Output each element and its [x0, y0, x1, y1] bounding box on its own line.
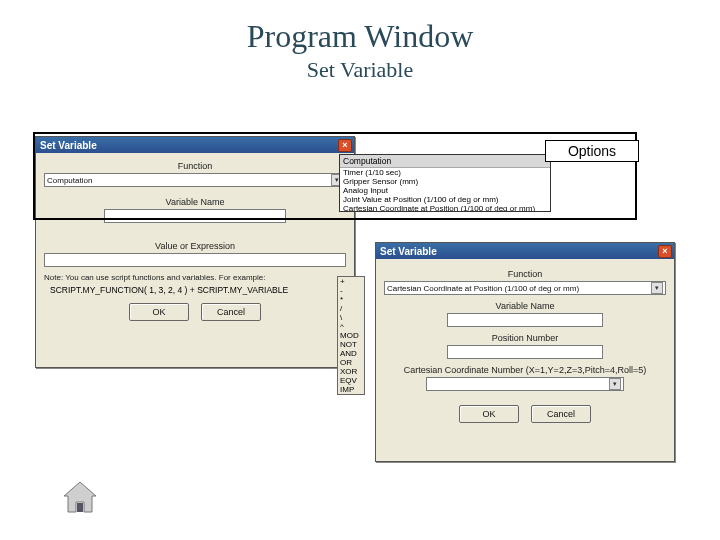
- function-label: Function: [384, 269, 666, 279]
- list-item[interactable]: Joint Value at Position (1/100 of deg or…: [340, 195, 550, 204]
- list-item[interactable]: XOR: [338, 367, 364, 376]
- variable-name-label: Variable Name: [44, 197, 346, 207]
- operator-list[interactable]: + - * / \ ^ MOD NOT AND OR XOR EQV IMP: [337, 276, 365, 395]
- function-value: Computation: [47, 176, 92, 185]
- function-label: Function: [44, 161, 346, 171]
- function-dropdown[interactable]: Computation ▾: [44, 173, 346, 187]
- dialog-title: Set Variable: [380, 246, 437, 257]
- note-text: Note: You can use script functions and v…: [44, 273, 346, 282]
- list-item[interactable]: NOT: [338, 340, 364, 349]
- list-item[interactable]: *: [338, 295, 364, 304]
- dialog-title: Set Variable: [40, 140, 97, 151]
- value-expression-input[interactable]: [44, 253, 346, 267]
- ok-button[interactable]: OK: [129, 303, 189, 321]
- variable-name-label: Variable Name: [384, 301, 666, 311]
- cartesian-coord-label: Cartesian Coordinate Number (X=1,Y=2,Z=3…: [384, 365, 666, 375]
- options-callout: Options: [545, 140, 639, 162]
- list-item[interactable]: IMP: [338, 385, 364, 394]
- chevron-down-icon[interactable]: ▾: [651, 282, 663, 294]
- page-subtitle: Set Variable: [0, 57, 720, 83]
- list-item[interactable]: Timer (1/10 sec): [340, 168, 550, 177]
- close-icon[interactable]: ×: [658, 245, 672, 258]
- position-number-label: Position Number: [384, 333, 666, 343]
- variable-name-input[interactable]: [447, 313, 602, 327]
- list-item[interactable]: EQV: [338, 376, 364, 385]
- list-item[interactable]: -: [338, 286, 364, 295]
- function-value: Cartesian Coordinate at Position (1/100 …: [387, 284, 579, 293]
- list-item[interactable]: AND: [338, 349, 364, 358]
- list-item[interactable]: \: [338, 313, 364, 322]
- list-item[interactable]: MOD: [338, 331, 364, 340]
- variable-name-input[interactable]: [104, 209, 285, 223]
- close-icon[interactable]: ×: [338, 139, 352, 152]
- function-dropdown-list[interactable]: Computation Timer (1/10 sec) Gripper Sen…: [339, 154, 551, 212]
- cancel-button[interactable]: Cancel: [531, 405, 591, 423]
- titlebar[interactable]: Set Variable ×: [376, 243, 674, 259]
- list-item[interactable]: ^: [338, 322, 364, 331]
- set-variable-dialog-1: Set Variable × Function Computation ▾ Va…: [35, 136, 355, 368]
- cartesian-coord-dropdown[interactable]: ▾: [426, 377, 623, 391]
- titlebar[interactable]: Set Variable ×: [36, 137, 354, 153]
- list-header: Computation: [340, 155, 550, 168]
- list-item[interactable]: Cartesian Coordinate at Position (1/100 …: [340, 204, 550, 212]
- chevron-down-icon[interactable]: ▾: [609, 378, 621, 390]
- list-item[interactable]: /: [338, 304, 364, 313]
- example-text: SCRIPT.MY_FUNCTION( 1, 3, 2, 4 ) + SCRIP…: [44, 285, 346, 295]
- function-dropdown[interactable]: Cartesian Coordinate at Position (1/100 …: [384, 281, 666, 295]
- ok-button[interactable]: OK: [459, 405, 519, 423]
- list-item[interactable]: +: [338, 277, 364, 286]
- page-title: Program Window: [0, 18, 720, 55]
- cancel-button[interactable]: Cancel: [201, 303, 261, 321]
- list-item[interactable]: OR: [338, 358, 364, 367]
- set-variable-dialog-2: Set Variable × Function Cartesian Coordi…: [375, 242, 675, 462]
- home-icon[interactable]: [60, 480, 100, 516]
- value-expression-label: Value or Expression: [44, 241, 346, 251]
- svg-rect-1: [77, 503, 83, 512]
- list-item[interactable]: Analog Input: [340, 186, 550, 195]
- list-item[interactable]: Gripper Sensor (mm): [340, 177, 550, 186]
- position-number-input[interactable]: [447, 345, 602, 359]
